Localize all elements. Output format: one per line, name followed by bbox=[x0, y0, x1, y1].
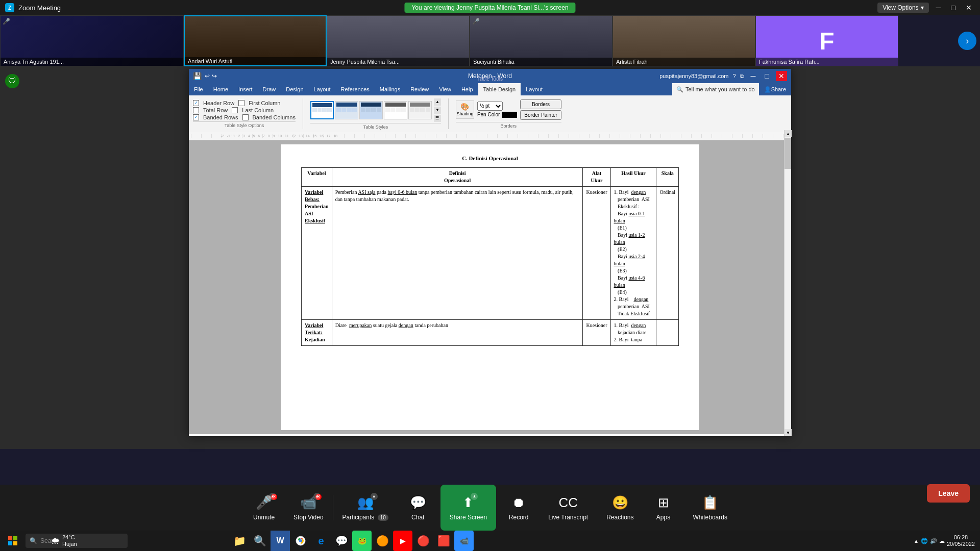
live-transcript-button[interactable]: CC Live Transcript bbox=[539, 485, 597, 531]
header-row-checkbox[interactable]: ✓ bbox=[193, 100, 199, 106]
unmute-button[interactable]: 🎤 ✕ ▲ Unmute bbox=[243, 485, 284, 531]
borders-button[interactable]: Borders bbox=[520, 99, 561, 109]
total-row-checkbox[interactable] bbox=[193, 107, 199, 113]
scroll-up-button[interactable]: ▲ bbox=[785, 130, 792, 137]
leave-button[interactable]: Leave bbox=[927, 484, 970, 503]
table-style-2[interactable] bbox=[335, 101, 358, 119]
network-icon[interactable]: 🌐 bbox=[921, 538, 928, 544]
first-column-checkbox[interactable] bbox=[238, 100, 244, 106]
participant-tile-fakhrunisa[interactable]: F Fakhrunisa Safira Rah... bbox=[755, 15, 898, 66]
col-variabel: Variabel bbox=[302, 168, 332, 187]
banded-rows-checkbox[interactable]: ✓ bbox=[193, 114, 199, 120]
start-button[interactable] bbox=[0, 531, 26, 551]
borders-group-label: Borders bbox=[456, 122, 561, 129]
table-style-4[interactable] bbox=[384, 101, 407, 119]
participants-expand-arrow[interactable]: ▲ bbox=[371, 493, 378, 500]
banded-columns-checkbox[interactable] bbox=[242, 114, 249, 120]
table-styles-up[interactable]: ▲ bbox=[434, 98, 441, 106]
tab-mailings[interactable]: Mailings bbox=[375, 83, 405, 95]
tab-insert[interactable]: Insert bbox=[233, 83, 258, 95]
sys-tray-expand[interactable]: ▲ bbox=[914, 538, 919, 544]
border-action-buttons: Borders Border Painter bbox=[520, 99, 561, 120]
banded-rows-label: Banded Rows bbox=[203, 114, 238, 120]
taskbar-whatsapp[interactable]: 💬 bbox=[332, 531, 351, 551]
volume-icon[interactable]: 🔊 bbox=[930, 538, 937, 544]
tab-table-layout[interactable]: Layout bbox=[521, 83, 548, 95]
taskbar-youtube[interactable]: ▶ bbox=[393, 531, 412, 551]
table-style-plain[interactable] bbox=[310, 101, 334, 119]
unmute-expand-arrow[interactable]: ▲ bbox=[269, 493, 276, 500]
participant-name-fakhrunisa: Fakhrunisa Safira Rah... bbox=[756, 58, 898, 66]
taskbar-word[interactable]: W bbox=[271, 531, 290, 551]
table-style-3[interactable] bbox=[359, 101, 383, 119]
last-column-checkbox[interactable] bbox=[232, 107, 238, 113]
tab-layout[interactable]: Layout bbox=[309, 83, 336, 95]
share-button[interactable]: 👤 Share bbox=[759, 83, 791, 95]
tab-file[interactable]: File bbox=[189, 83, 208, 95]
clock[interactable]: 06:28 20/05/2022 bbox=[947, 534, 975, 547]
taskbar-app1[interactable]: 🐸 bbox=[352, 531, 372, 551]
taskbar-app2[interactable]: 🟠 bbox=[373, 531, 392, 551]
word-help-button[interactable]: ? bbox=[732, 73, 736, 79]
titlebar-left: Z Zoom Meeting bbox=[5, 3, 61, 12]
taskbar-app3[interactable]: 🔴 bbox=[413, 531, 433, 551]
word-restore-button[interactable]: ⧉ bbox=[740, 73, 744, 80]
taskbar-explorer[interactable]: 📁 bbox=[230, 531, 249, 551]
whiteboards-button[interactable]: 📋 Whiteboards bbox=[684, 485, 737, 531]
cell-hasil-1: 1. Bayi dengan pemberian ASI Eksklusif :… bbox=[610, 187, 656, 320]
taskbar-edge[interactable]: e bbox=[311, 531, 331, 551]
tab-home[interactable]: Home bbox=[208, 83, 233, 95]
pen-color-button[interactable] bbox=[502, 112, 517, 118]
tell-me-bar[interactable]: 🔍 Tell me what you want to do bbox=[672, 83, 759, 95]
next-participants-button[interactable]: › bbox=[958, 32, 976, 50]
border-painter-button[interactable]: Border Painter bbox=[520, 110, 561, 120]
taskbar-chrome[interactable] bbox=[291, 531, 310, 551]
participant-tile-andari[interactable]: Andari Wuri Astuti bbox=[184, 15, 327, 66]
participants-button[interactable]: 👥 ▲ Participants 10 bbox=[333, 485, 398, 531]
share-screen-button[interactable]: ⬆ ▲ Share Screen bbox=[440, 485, 496, 531]
participant-tile-jenny[interactable]: Jenny Puspita Milenia Tsa... bbox=[327, 15, 470, 66]
reactions-button[interactable]: 😀 Reactions bbox=[597, 485, 643, 531]
tab-review[interactable]: Review bbox=[405, 83, 434, 95]
word-save-icon[interactable]: 💾 bbox=[193, 72, 202, 80]
participant-tile-suciyanti[interactable]: 🎤 Suciyanti Bihalia bbox=[470, 15, 612, 66]
word-maximize-button[interactable]: □ bbox=[763, 72, 772, 80]
maximize-button[interactable]: □ bbox=[948, 4, 959, 12]
record-button[interactable]: ⏺ Record bbox=[498, 485, 539, 531]
chat-button[interactable]: 💬 Chat bbox=[398, 485, 438, 531]
word-minimize-button[interactable]: ─ bbox=[748, 72, 758, 80]
pen-weight-select[interactable]: ½ pt 1 pt bbox=[477, 102, 503, 111]
table-styles-more[interactable]: ☰ bbox=[434, 115, 441, 122]
tab-view[interactable]: View bbox=[434, 83, 456, 95]
view-options-button[interactable]: View Options ▾ bbox=[877, 3, 928, 13]
stop-video-button[interactable]: 📹 ✕ ▲ Stop Video bbox=[284, 485, 333, 531]
tab-draw[interactable]: Draw bbox=[258, 83, 281, 95]
participant-tile-arlista[interactable]: Arlista Fitrah bbox=[612, 15, 755, 66]
video-expand-arrow[interactable]: ▲ bbox=[313, 493, 321, 500]
word-body[interactable]: C. Definisi Operasional Variabel Definis… bbox=[189, 140, 791, 434]
table-styles-down[interactable]: ▼ bbox=[434, 107, 441, 114]
taskbar-zoom[interactable]: 📹 bbox=[454, 531, 474, 551]
tab-references[interactable]: References bbox=[336, 83, 375, 95]
shading-button[interactable]: 🎨 Shading bbox=[456, 101, 474, 119]
redo-button[interactable]: ↪ bbox=[212, 72, 217, 80]
tab-help[interactable]: Help bbox=[456, 83, 478, 95]
undo-button[interactable]: ↩ bbox=[205, 72, 210, 80]
word-close-button[interactable]: ✕ bbox=[776, 71, 787, 81]
taskbar-search-app[interactable]: 🔍 bbox=[250, 531, 270, 551]
table-style-5[interactable] bbox=[408, 101, 432, 119]
word-undo-redo: ↩ ↪ bbox=[205, 72, 217, 80]
apps-button[interactable]: ⊞ Apps bbox=[643, 485, 684, 531]
participants-strip: 🎤 Anisya Tri Agustin 191... Andari Wuri … bbox=[0, 15, 980, 66]
tab-table-design[interactable]: Table Design bbox=[478, 83, 521, 95]
scroll-down-button[interactable]: ▼ bbox=[785, 429, 792, 436]
participant-tile-anisya[interactable]: 🎤 Anisya Tri Agustin 191... bbox=[0, 15, 184, 66]
minimize-button[interactable]: ─ bbox=[933, 4, 944, 12]
close-button[interactable]: ✕ bbox=[963, 4, 975, 12]
taskbar-app4[interactable]: 🟥 bbox=[434, 531, 453, 551]
scroll-thumb[interactable] bbox=[785, 138, 791, 169]
share-expand-arrow[interactable]: ▲ bbox=[471, 493, 478, 500]
cloud-icon[interactable]: ☁ bbox=[939, 538, 945, 544]
ribbon-divider-2 bbox=[448, 98, 449, 129]
tab-design[interactable]: Design bbox=[281, 83, 308, 95]
